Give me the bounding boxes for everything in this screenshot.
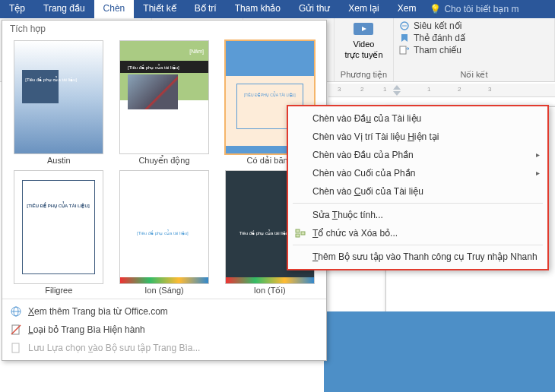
tab-layout[interactable]: Bố trí (186, 0, 226, 18)
online-video-button[interactable]: Video trực tuyến (344, 20, 382, 60)
gallery-item-motion[interactable]: [Năm] [Tiêu đề phụ của tài liệu] (119, 40, 209, 154)
ctx-insert-section-end[interactable]: Chèn vào Cuối của Phần▸ (288, 164, 547, 182)
hyperlink-button[interactable]: Siêu kết nối (398, 20, 550, 32)
gallery-item-label: Filigree (45, 286, 72, 295)
ctx-separator (293, 245, 543, 245)
ctx-insert-current[interactable]: Chèn vào Vị trí Tài liệu Hiện tại (288, 128, 547, 146)
document-blue-region (324, 311, 555, 392)
remove-cover-button[interactable]: Loại bỏ Trang Bìa Hiện hành (2, 321, 326, 339)
tab-home[interactable]: Trang đầu (34, 0, 94, 18)
video-label-2: trực tuyến (344, 50, 382, 60)
chevron-right-icon: ▸ (536, 150, 540, 159)
gallery-item-label: Ion (Tối) (254, 286, 286, 296)
gallery-item-label: Ion (Sáng) (144, 286, 183, 295)
crossref-icon (398, 45, 411, 55)
svg-rect-30 (296, 229, 300, 232)
gallery-item-label: Austin (47, 156, 71, 165)
bookmark-icon (398, 33, 411, 43)
svg-rect-32 (301, 232, 305, 235)
more-label: Xem thêm Trang bìa từ Office.com (28, 306, 168, 317)
cover-page-gallery: Tích hợp [Tiêu đề phụ của tài liệu] Aust… (2, 20, 327, 361)
ctx-organize-delete[interactable]: Tổ chức và Xóa bỏ... (288, 224, 547, 242)
svg-rect-23 (400, 46, 406, 54)
crossref-label: Tham chiếu (414, 45, 461, 55)
svg-rect-29 (12, 343, 19, 352)
tell-me-label: Cho tôi biết bạn m (444, 4, 519, 14)
tab-view[interactable]: Xem (388, 0, 426, 18)
more-from-office-button[interactable]: Xem thêm Trang bìa từ Office.com (2, 302, 326, 321)
tab-mailings[interactable]: Gửi thư (290, 0, 339, 18)
ctx-insert-doc-end[interactable]: Chèn vào Cuối của Tài liệu (288, 182, 547, 201)
gallery-section-title: Tích hợp (2, 21, 326, 37)
tab-file[interactable]: Tệp (0, 0, 34, 18)
chevron-right-icon: ▸ (536, 169, 540, 177)
gallery-item-filigree[interactable]: [TIÊU ĐỀ PHỤ CỦA TÀI LIỆU] (14, 170, 103, 284)
bookmark-button[interactable]: Thẻ đánh dấ (398, 32, 550, 44)
hyperlink-label: Siêu kết nối (414, 21, 461, 31)
ribbon-tabs: Tệp Trang đầu Chèn Thiết kế Bố trí Tham … (0, 0, 555, 18)
globe-icon (10, 305, 22, 318)
tab-review[interactable]: Xem lại (339, 0, 388, 18)
svg-rect-31 (296, 234, 300, 237)
link-icon (398, 21, 411, 31)
ctx-separator (293, 203, 543, 204)
tell-me-search[interactable]: 💡 Cho tôi biết bạn m (425, 0, 523, 18)
media-group-label: Phương tiện (341, 70, 387, 81)
indent-marker-icon[interactable] (393, 85, 401, 96)
horizontal-ruler[interactable]: 3 2 1 1 2 3 (328, 84, 555, 97)
ctx-add-to-qat[interactable]: Thêm Bộ sưu tập vào Thanh công cụ Truy n… (288, 248, 547, 266)
video-label-1: Video (354, 40, 375, 49)
tab-references[interactable]: Tham khảo (226, 0, 290, 18)
remove-label: Loại bỏ Trang Bìa Hiện hành (28, 324, 145, 335)
gallery-item-label: Chuyển động (138, 156, 189, 166)
tab-design[interactable]: Thiết kế (134, 0, 185, 18)
ctx-edit-properties[interactable]: Sửa Thuộc tính... (288, 206, 547, 224)
links-group-label: Nối kết (398, 70, 550, 81)
organize-icon (294, 227, 306, 239)
remove-page-icon (10, 324, 22, 336)
crossref-button[interactable]: Tham chiếu (398, 44, 550, 56)
video-icon (352, 20, 375, 38)
tab-insert[interactable]: Chèn (94, 0, 135, 18)
gallery-item-ion-light[interactable]: [Tiêu đề phụ của tài liệu] (119, 170, 209, 284)
gallery-item-austin[interactable]: [Tiêu đề phụ của tài liệu] (14, 40, 103, 154)
bookmark-label: Thẻ đánh dấ (414, 33, 465, 43)
lightbulb-icon: 💡 (430, 4, 441, 14)
ctx-insert-doc-begin[interactable]: Chèn vào Đầu của Tài liệu (288, 109, 547, 128)
save-gallery-icon (10, 342, 22, 354)
save-selection-button: Lưu Lựa chọn vào Bộ sưu tập Trang Bìa... (2, 339, 326, 357)
ctx-insert-section-begin[interactable]: Chèn vào Đầu của Phần▸ (288, 146, 547, 164)
context-menu: Chèn vào Đầu của Tài liệu Chèn vào Vị tr… (287, 105, 549, 270)
save-label: Lưu Lựa chọn vào Bộ sưu tập Trang Bìa... (28, 343, 200, 353)
gallery-item-label: Có dải băng (247, 156, 293, 166)
